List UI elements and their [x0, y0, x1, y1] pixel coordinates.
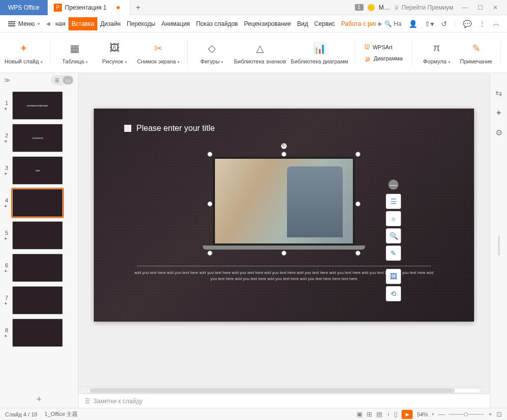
- ribbon-tab[interactable]: Вид: [294, 17, 311, 30]
- thumbnail-row[interactable]: 7✦: [0, 284, 78, 317]
- thumbnail-row[interactable]: 8✦: [0, 317, 78, 349]
- settings-icon[interactable]: ⚙: [495, 128, 502, 137]
- ribbon-item[interactable]: ✎Примечание: [461, 41, 491, 64]
- resize-handle-n[interactable]: [281, 152, 286, 157]
- history-icon[interactable]: ↺: [441, 20, 447, 28]
- add-tab-button[interactable]: +: [130, 3, 146, 12]
- laptop-screen: [213, 157, 355, 246]
- ribbon-tab[interactable]: Дизайн: [97, 17, 124, 30]
- resize-handle-se[interactable]: [355, 251, 360, 256]
- collapse-panel-icon[interactable]: ≫: [4, 77, 11, 84]
- share-icon[interactable]: 👤: [409, 20, 417, 28]
- zoom-percent[interactable]: 54%: [417, 411, 428, 417]
- resize-handle-s[interactable]: [281, 251, 286, 256]
- image-library-icon[interactable]: 🖼: [386, 269, 401, 284]
- ribbon-tab[interactable]: Работа с рис: [338, 17, 376, 30]
- close-button[interactable]: ✕: [488, 2, 503, 14]
- slide-thumbnail[interactable]: [12, 221, 63, 250]
- slide-thumbnail[interactable]: [12, 319, 63, 347]
- kebab-icon[interactable]: ⋮: [479, 20, 486, 28]
- resize-handle-sw[interactable]: [207, 251, 212, 256]
- premium-button[interactable]: ♕ Перейти Премиум: [394, 4, 453, 11]
- thumb-number: 6: [3, 262, 10, 268]
- export-icon[interactable]: ⇪▾: [424, 20, 434, 28]
- resize-handle-e[interactable]: [355, 201, 360, 206]
- collapse-ribbon-icon[interactable]: ︿: [493, 19, 500, 28]
- minimize-button[interactable]: —: [457, 2, 473, 14]
- resize-handle-ne[interactable]: [355, 152, 360, 157]
- view-sorter-icon[interactable]: ▤: [376, 410, 382, 418]
- ribbon-label: Снимок экрана ▾: [137, 58, 179, 64]
- zoom-image-icon[interactable]: 🔍: [386, 228, 401, 243]
- edit-icon[interactable]: ✎: [386, 246, 401, 261]
- canvas-scroll[interactable]: Please enter your title: [79, 73, 490, 387]
- view-grid-icon[interactable]: ⊞: [367, 410, 372, 418]
- crop-icon[interactable]: ⟐: [386, 211, 401, 226]
- view-normal-icon[interactable]: ▣: [356, 410, 363, 418]
- ribbon-tab[interactable]: Показ слайдов: [193, 17, 241, 30]
- panel-swap-icon[interactable]: ⇆: [495, 88, 502, 98]
- slide-thumbnail[interactable]: [12, 254, 63, 282]
- slide[interactable]: Please enter your title: [94, 109, 474, 322]
- comment-icon[interactable]: 💬: [463, 20, 472, 28]
- ribbon-item[interactable]: 🖼Рисунок ▾: [99, 41, 130, 64]
- maximize-button[interactable]: ☐: [473, 2, 488, 14]
- thumbnail-row[interactable]: 5✦: [0, 219, 78, 252]
- ribbon-item[interactable]: πФормула ▾: [421, 41, 452, 64]
- ribbon-item[interactable]: ✦Новый слайд ▾: [6, 41, 41, 64]
- view-notes-icon[interactable]: ▯: [394, 410, 397, 418]
- play-button[interactable]: ▶: [402, 410, 413, 419]
- add-slide-button[interactable]: +: [0, 391, 78, 408]
- zoom-in-button[interactable]: +: [488, 410, 492, 418]
- user-short[interactable]: М…: [379, 4, 390, 11]
- fit-to-window-icon[interactable]: ⊡: [496, 410, 502, 418]
- tab-scroll-left[interactable]: ◀: [44, 21, 52, 26]
- laptop-image[interactable]: [213, 157, 355, 250]
- horizontal-scrollbar[interactable]: [79, 387, 490, 394]
- zoom-slider[interactable]: [449, 414, 484, 415]
- tab-scroll-right[interactable]: ▶: [376, 21, 384, 26]
- ribbon-item[interactable]: ⫺Диаграмма: [365, 54, 403, 62]
- thumbnail-row[interactable]: 1✦BUSINESSTEMPLATE: [0, 89, 78, 122]
- thumbnail-row[interactable]: 2✦CONTENTS: [0, 122, 78, 154]
- sidebar-drag-handle[interactable]: [498, 235, 500, 256]
- ribbon-tab[interactable]: Переходы: [124, 17, 158, 30]
- thumbnail-view-button[interactable]: ▭: [63, 76, 73, 84]
- zoom-out-button[interactable]: —: [438, 410, 445, 418]
- ribbon-item[interactable]: ◇Фигуры ▾: [197, 41, 227, 64]
- resize-handle-nw[interactable]: [207, 152, 212, 157]
- ribbon-item[interactable]: ᗯWPSArt: [365, 43, 403, 51]
- square-bullet-icon: [124, 125, 131, 132]
- view-reading-icon[interactable]: ⫞: [386, 410, 390, 418]
- slide-thumbnail[interactable]: [12, 189, 63, 217]
- ribbon-item[interactable]: △Библиотека значков: [236, 41, 284, 64]
- document-tab[interactable]: P Презентация 1: [48, 0, 131, 15]
- layers-icon[interactable]: ☰: [386, 194, 401, 209]
- menu-button[interactable]: Меню ▾: [4, 18, 44, 29]
- ribbon-tab[interactable]: Сервис: [311, 17, 338, 30]
- ribbon-tab[interactable]: Вставка: [68, 17, 97, 30]
- ribbon-tab[interactable]: ная: [52, 17, 68, 30]
- notes-bar[interactable]: ☰ Заметки к слайду: [79, 394, 490, 408]
- search-box[interactable]: 🔍 На: [384, 20, 402, 27]
- notification-badge[interactable]: 1: [355, 4, 364, 11]
- thumbnail-row[interactable]: 3✦ONE: [0, 154, 78, 187]
- collapse-tools-button[interactable]: —: [388, 180, 399, 190]
- slide-thumbnail[interactable]: BUSINESSTEMPLATE: [12, 91, 63, 120]
- sparkle-icon[interactable]: ✦: [495, 108, 502, 118]
- ribbon-tab[interactable]: Рецензирование: [241, 17, 294, 30]
- outline-view-button[interactable]: ☰: [52, 76, 62, 84]
- thumbnail-row[interactable]: 6✦: [0, 252, 78, 284]
- ribbon-tab[interactable]: Анимация: [158, 17, 193, 30]
- slide-thumbnail[interactable]: ONE: [12, 156, 63, 185]
- replace-image-icon[interactable]: ⟲: [386, 286, 401, 301]
- ribbon-item[interactable]: ▦Таблица ▾: [60, 41, 90, 64]
- thumbnail-row[interactable]: 4✦: [0, 187, 78, 219]
- slide-title[interactable]: Please enter your title: [124, 124, 215, 133]
- resize-handle-w[interactable]: [207, 201, 212, 206]
- slide-thumbnail[interactable]: CONTENTS: [12, 124, 63, 152]
- ribbon-icon: 📊: [313, 41, 326, 55]
- slide-thumbnail[interactable]: [12, 286, 63, 314]
- ribbon-item[interactable]: 📊Библиотека диаграмм: [293, 41, 346, 64]
- ribbon-item[interactable]: ✂Снимок экрана ▾: [139, 41, 178, 64]
